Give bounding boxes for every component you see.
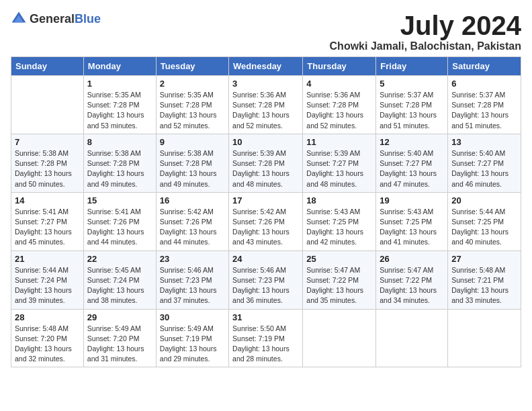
day-cell: 16Sunrise: 5:42 AMSunset: 7:26 PMDayligh… [156,192,228,250]
day-number: 13 [451,137,517,147]
week-row-3: 14Sunrise: 5:41 AMSunset: 7:27 PMDayligh… [11,192,521,250]
day-info: Sunrise: 5:36 AMSunset: 7:28 PMDaylight:… [232,90,299,131]
day-cell: 19Sunrise: 5:43 AMSunset: 7:25 PMDayligh… [376,192,448,250]
day-info: Sunrise: 5:38 AMSunset: 7:28 PMDaylight:… [15,148,80,189]
location: Chowki Jamali, Balochistan, Pakistan [330,40,521,52]
day-info: Sunrise: 5:42 AMSunset: 7:26 PMDaylight:… [160,207,225,248]
day-cell: 21Sunrise: 5:44 AMSunset: 7:24 PMDayligh… [11,250,84,309]
day-cell: 26Sunrise: 5:47 AMSunset: 7:22 PMDayligh… [376,250,448,309]
week-row-1: 1Sunrise: 5:35 AMSunset: 7:28 PMDaylight… [11,76,521,134]
header-day-thursday: Thursday [303,57,376,76]
header-day-saturday: Saturday [448,57,521,76]
day-number: 28 [15,312,80,322]
day-info: Sunrise: 5:44 AMSunset: 7:25 PMDaylight:… [451,207,517,248]
day-number: 20 [451,195,517,205]
day-cell: 15Sunrise: 5:41 AMSunset: 7:26 PMDayligh… [83,192,156,250]
day-number: 4 [306,79,372,89]
day-info: Sunrise: 5:38 AMSunset: 7:28 PMDaylight:… [87,148,152,189]
day-cell: 7Sunrise: 5:38 AMSunset: 7:28 PMDaylight… [11,134,84,192]
day-info: Sunrise: 5:43 AMSunset: 7:25 PMDaylight:… [380,207,444,248]
day-cell [448,309,521,367]
day-number: 5 [380,79,444,89]
day-info: Sunrise: 5:35 AMSunset: 7:28 PMDaylight:… [87,90,152,131]
day-info: Sunrise: 5:40 AMSunset: 7:27 PMDaylight:… [451,148,517,189]
day-number: 14 [15,195,80,205]
day-cell: 29Sunrise: 5:49 AMSunset: 7:20 PMDayligh… [83,309,156,367]
day-cell: 6Sunrise: 5:37 AMSunset: 7:28 PMDaylight… [448,76,521,134]
day-info: Sunrise: 5:47 AMSunset: 7:22 PMDaylight:… [306,265,372,306]
day-info: Sunrise: 5:39 AMSunset: 7:27 PMDaylight:… [306,148,372,189]
day-info: Sunrise: 5:41 AMSunset: 7:26 PMDaylight:… [87,207,152,248]
day-cell: 31Sunrise: 5:50 AMSunset: 7:19 PMDayligh… [229,309,303,367]
day-number: 24 [232,254,299,264]
day-cell: 30Sunrise: 5:49 AMSunset: 7:19 PMDayligh… [156,309,228,367]
day-info: Sunrise: 5:48 AMSunset: 7:20 PMDaylight:… [15,324,80,365]
day-info: Sunrise: 5:47 AMSunset: 7:22 PMDaylight:… [380,265,444,306]
day-cell: 5Sunrise: 5:37 AMSunset: 7:28 PMDaylight… [376,76,448,134]
day-info: Sunrise: 5:50 AMSunset: 7:19 PMDaylight:… [232,324,299,365]
day-number: 27 [451,254,517,264]
day-number: 26 [380,254,444,264]
calendar-table: SundayMondayTuesdayWednesdayThursdayFrid… [11,56,521,367]
day-cell: 20Sunrise: 5:44 AMSunset: 7:25 PMDayligh… [448,192,521,250]
day-number: 18 [306,195,372,205]
day-number: 1 [87,79,152,89]
week-row-5: 28Sunrise: 5:48 AMSunset: 7:20 PMDayligh… [11,309,521,367]
day-cell: 27Sunrise: 5:48 AMSunset: 7:21 PMDayligh… [448,250,521,309]
day-number: 23 [160,254,225,264]
day-cell: 13Sunrise: 5:40 AMSunset: 7:27 PMDayligh… [448,134,521,192]
day-info: Sunrise: 5:43 AMSunset: 7:25 PMDaylight:… [306,207,372,248]
day-cell: 4Sunrise: 5:36 AMSunset: 7:28 PMDaylight… [303,76,376,134]
day-cell: 14Sunrise: 5:41 AMSunset: 7:27 PMDayligh… [11,192,84,250]
day-cell: 25Sunrise: 5:47 AMSunset: 7:22 PMDayligh… [303,250,376,309]
day-number: 22 [87,254,152,264]
header-day-monday: Monday [83,57,156,76]
day-info: Sunrise: 5:38 AMSunset: 7:28 PMDaylight:… [160,148,225,189]
day-info: Sunrise: 5:42 AMSunset: 7:26 PMDaylight:… [232,207,299,248]
day-number: 9 [160,137,225,147]
day-info: Sunrise: 5:45 AMSunset: 7:24 PMDaylight:… [87,265,152,306]
day-cell: 8Sunrise: 5:38 AMSunset: 7:28 PMDaylight… [83,134,156,192]
day-cell: 2Sunrise: 5:35 AMSunset: 7:28 PMDaylight… [156,76,228,134]
day-number: 2 [160,79,225,89]
day-info: Sunrise: 5:36 AMSunset: 7:28 PMDaylight:… [306,90,372,131]
day-number: 12 [380,137,444,147]
day-info: Sunrise: 5:35 AMSunset: 7:28 PMDaylight:… [160,90,225,131]
day-cell: 22Sunrise: 5:45 AMSunset: 7:24 PMDayligh… [83,250,156,309]
logo-general-text: General [30,12,75,26]
day-cell: 17Sunrise: 5:42 AMSunset: 7:26 PMDayligh… [229,192,303,250]
page-header: GeneralBlue July 2024 Chowki Jamali, Bal… [11,11,521,52]
day-cell: 9Sunrise: 5:38 AMSunset: 7:28 PMDaylight… [156,134,228,192]
day-cell: 10Sunrise: 5:39 AMSunset: 7:28 PMDayligh… [229,134,303,192]
day-cell [303,309,376,367]
header-day-friday: Friday [376,57,448,76]
day-cell: 11Sunrise: 5:39 AMSunset: 7:27 PMDayligh… [303,134,376,192]
day-cell [11,76,84,134]
day-info: Sunrise: 5:39 AMSunset: 7:28 PMDaylight:… [232,148,299,189]
day-cell [376,309,448,367]
day-info: Sunrise: 5:37 AMSunset: 7:28 PMDaylight:… [380,90,444,131]
day-cell: 1Sunrise: 5:35 AMSunset: 7:28 PMDaylight… [83,76,156,134]
logo-icon [11,11,27,27]
day-info: Sunrise: 5:41 AMSunset: 7:27 PMDaylight:… [15,207,80,248]
day-number: 31 [232,312,299,322]
day-info: Sunrise: 5:49 AMSunset: 7:20 PMDaylight:… [87,324,152,365]
day-cell: 24Sunrise: 5:46 AMSunset: 7:23 PMDayligh… [229,250,303,309]
day-number: 19 [380,195,444,205]
day-cell: 28Sunrise: 5:48 AMSunset: 7:20 PMDayligh… [11,309,84,367]
day-number: 6 [451,79,517,89]
day-cell: 23Sunrise: 5:46 AMSunset: 7:23 PMDayligh… [156,250,228,309]
day-number: 17 [232,195,299,205]
day-info: Sunrise: 5:37 AMSunset: 7:28 PMDaylight:… [451,90,517,131]
day-number: 30 [160,312,225,322]
header-day-sunday: Sunday [11,57,84,76]
day-number: 8 [87,137,152,147]
logo-general: GeneralBlue [30,12,101,26]
day-info: Sunrise: 5:44 AMSunset: 7:24 PMDaylight:… [15,265,80,306]
day-cell: 3Sunrise: 5:36 AMSunset: 7:28 PMDaylight… [229,76,303,134]
day-number: 29 [87,312,152,322]
header-day-tuesday: Tuesday [156,57,228,76]
day-info: Sunrise: 5:46 AMSunset: 7:23 PMDaylight:… [160,265,225,306]
day-info: Sunrise: 5:40 AMSunset: 7:27 PMDaylight:… [380,148,444,189]
logo-blue-text: Blue [75,12,101,26]
